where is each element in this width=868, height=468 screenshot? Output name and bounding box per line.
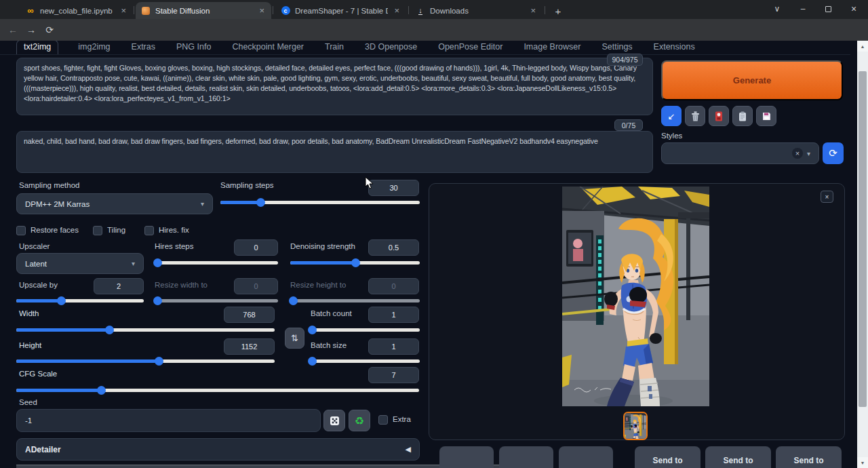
maximize-button[interactable] xyxy=(816,0,840,18)
send-button[interactable] xyxy=(559,446,613,468)
tab-image-browser[interactable]: Image Browser xyxy=(522,41,582,54)
sampling-steps-value[interactable]: 30 xyxy=(368,180,419,196)
tab-close-icon[interactable]: × xyxy=(258,6,266,15)
tab-openpose-editor[interactable]: OpenPose Editor xyxy=(437,41,504,54)
prompt-textarea[interactable]: sport shoes, fighter, fight, fight Glove… xyxy=(16,58,653,115)
cfg-scale-slider[interactable] xyxy=(16,386,419,395)
save-button[interactable] xyxy=(439,446,494,468)
tab-separator xyxy=(408,6,409,14)
styles-dropdown[interactable]: × ▾ xyxy=(661,142,819,164)
tab-extensions[interactable]: Extensions xyxy=(652,41,696,54)
refresh-styles-button[interactable]: ⟳ xyxy=(823,142,844,164)
tab-close-icon[interactable]: × xyxy=(529,6,537,15)
tab-png-info[interactable]: PNG Info xyxy=(175,41,212,54)
scroll-up-icon[interactable]: ▲ xyxy=(857,41,868,52)
tab-separator xyxy=(273,6,273,14)
denoising-strength-slider[interactable] xyxy=(290,258,420,267)
reload-icon[interactable]: ⟳ xyxy=(42,22,57,37)
height-label: Height xyxy=(19,341,41,349)
tab-close-icon[interactable]: × xyxy=(393,6,401,15)
apply-styles-button[interactable] xyxy=(732,106,753,126)
upscale-by-slider[interactable] xyxy=(16,296,144,305)
swap-dimensions-button[interactable]: ⇅ xyxy=(285,328,304,349)
browser-window: ∞ new_colab_file.ipynb - Colaborat × Sta… xyxy=(0,0,868,468)
reuse-seed-button[interactable]: ♻ xyxy=(349,410,370,431)
cfg-scale-value[interactable]: 7 xyxy=(368,367,419,383)
tab-extras[interactable]: Extras xyxy=(130,41,157,54)
negative-prompt-textarea[interactable]: naked, child, bad hand, bad draw, bad dr… xyxy=(16,131,653,173)
hires-fix-label: Hires. fix xyxy=(159,226,189,234)
tab-close-icon[interactable]: × xyxy=(119,6,127,15)
batch-size-slider[interactable] xyxy=(311,357,420,366)
tab-title: DreamShaper - 7 | Stable Diffusio xyxy=(295,7,388,15)
resize-width-label: Resize width to xyxy=(155,281,208,289)
denoising-strength-label: Denoising strength xyxy=(290,242,355,250)
new-tab-button[interactable]: + xyxy=(551,3,566,18)
batch-count-label: Batch count xyxy=(311,309,352,317)
tab-img2img[interactable]: img2img xyxy=(77,41,111,54)
denoising-strength-value[interactable]: 0.5 xyxy=(368,239,419,256)
restore-faces-checkbox[interactable] xyxy=(16,226,26,235)
browser-tab-stable-diffusion[interactable]: Stable Diffusion × xyxy=(136,2,271,19)
generate-button[interactable]: Generate xyxy=(661,60,843,100)
generated-image[interactable] xyxy=(562,187,709,406)
seed-label: Seed xyxy=(19,398,37,406)
tiling-checkbox[interactable] xyxy=(93,226,102,235)
tab-3d-openpose[interactable]: 3D Openpose xyxy=(363,41,418,54)
tab-separator xyxy=(545,6,545,14)
batch-size-value[interactable]: 1 xyxy=(368,338,419,355)
main-tab-bar: txt2img img2img Extras PNG Info Checkpoi… xyxy=(16,41,696,54)
chevron-down-icon: ▾ xyxy=(132,260,135,267)
hires-steps-value[interactable]: 0 xyxy=(234,239,278,256)
clear-styles-icon[interactable]: × xyxy=(792,148,803,159)
upscaler-dropdown[interactable]: Latent ▾ xyxy=(16,253,144,274)
scroll-down-icon[interactable]: ▼ xyxy=(857,457,868,468)
gallery-thumbnail[interactable] xyxy=(623,412,648,440)
hires-fix-checkbox[interactable] xyxy=(144,226,154,235)
minimize-button[interactable]: – xyxy=(791,0,815,18)
tiling-label: Tiling xyxy=(107,226,125,234)
paste-arrow-icon: ↙ xyxy=(668,111,675,121)
batch-count-value[interactable]: 1 xyxy=(368,307,419,323)
batch-count-slider[interactable] xyxy=(311,326,420,334)
width-slider[interactable] xyxy=(16,326,275,334)
save-style-button[interactable] xyxy=(756,106,776,126)
send-to-img2img-button[interactable]: Send to xyxy=(635,446,701,468)
paste-params-button[interactable]: ↙ xyxy=(661,106,682,126)
send-to-inpaint-button[interactable]: Send to xyxy=(705,446,771,468)
seed-input[interactable]: -1 xyxy=(16,409,321,432)
hires-steps-slider[interactable] xyxy=(155,258,278,267)
close-preview-button[interactable]: × xyxy=(821,191,833,203)
tab-separator xyxy=(134,6,134,14)
tab-train[interactable]: Train xyxy=(323,41,345,54)
close-window-button[interactable]: × xyxy=(842,0,866,18)
sampling-method-dropdown[interactable]: DPM++ 2M Karras ▾ xyxy=(16,193,213,214)
forward-icon[interactable]: → xyxy=(24,22,39,37)
extra-networks-button[interactable] xyxy=(709,106,729,126)
cfg-scale-label: CFG Scale xyxy=(19,370,57,378)
zip-button[interactable] xyxy=(499,446,553,468)
tab-txt2img[interactable]: txt2img xyxy=(16,41,58,54)
random-seed-button[interactable] xyxy=(323,410,345,431)
adetailer-accordion[interactable]: ADetailer ◀ xyxy=(16,438,420,461)
page-scrollbar[interactable]: ▲ ▼ xyxy=(857,41,868,468)
divider xyxy=(0,54,850,55)
browser-tab-downloads[interactable]: ↓ Downloads × xyxy=(410,2,542,19)
tab-settings[interactable]: Settings xyxy=(600,41,633,54)
upscale-by-value[interactable]: 2 xyxy=(94,278,144,294)
clear-prompt-button[interactable] xyxy=(685,106,705,126)
sampling-steps-slider[interactable] xyxy=(220,198,420,207)
browser-tab-dreamshaper[interactable]: c DreamShaper - 7 | Stable Diffusio × xyxy=(275,2,406,19)
back-icon[interactable]: ← xyxy=(5,22,20,37)
browser-tab-strip: ∞ new_colab_file.ipynb - Colaborat × Sta… xyxy=(0,0,868,19)
sampling-method-label: Sampling method xyxy=(19,181,80,189)
browser-tab-colab[interactable]: ∞ new_colab_file.ipynb - Colaborat × xyxy=(20,2,133,19)
scrollbar-thumb[interactable] xyxy=(859,71,867,407)
tab-checkpoint-merger[interactable]: Checkpoint Merger xyxy=(231,41,305,54)
extra-seed-checkbox[interactable] xyxy=(378,415,388,425)
send-to-extras-button[interactable]: Send to xyxy=(776,446,842,468)
chrome-profile-chevron-icon[interactable]: ∨ xyxy=(765,0,789,18)
width-value[interactable]: 768 xyxy=(224,307,275,323)
height-value[interactable]: 1152 xyxy=(224,338,275,355)
height-slider[interactable] xyxy=(16,357,275,366)
